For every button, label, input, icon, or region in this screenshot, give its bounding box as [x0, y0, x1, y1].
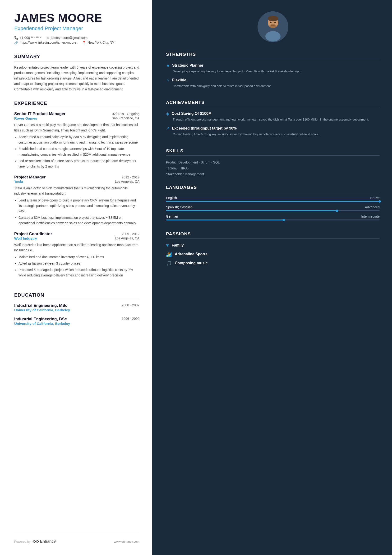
exp-dates-1: 2012 - 2019 [122, 175, 139, 179]
sports-icon: 🏄 [166, 251, 172, 257]
logo-icon [33, 539, 39, 544]
brand-name: Enhancv [40, 539, 56, 544]
exp-bullet-0-2: Led re-architect effort of a core SaaS p… [19, 158, 139, 169]
lang-row-2: German Intermediate [166, 214, 380, 218]
achievement-item-1: ↗ Exceeded throughput target by 90% Cutt… [166, 126, 380, 137]
lang-row-1: Spanish; Castilian Advanced [166, 205, 380, 209]
lang-bar-bg-0 [166, 201, 380, 202]
education-title: EDUCATION [14, 292, 139, 300]
footer: Powered by Enhancv www.enhancv.com [14, 532, 139, 544]
exp-location-0: San Francisco, CA [112, 116, 139, 120]
music-icon: 🎵 [166, 260, 172, 266]
lang-bar-bg-2 [166, 219, 380, 220]
exp-role-0: Senior IT Product Manager [14, 111, 65, 116]
passion-item-1: 🏄 Adrenaline Sports [166, 251, 380, 257]
footer-left: Powered by Enhancv [14, 539, 56, 544]
edu-school-0: University of California, Berkeley [14, 308, 139, 312]
exp-dates-2: 2009 - 2012 [122, 232, 139, 236]
lang-bar-bg-1 [166, 210, 380, 211]
achievement-item-0: ◈ Cost Saving Of $100M Through efficient… [166, 111, 380, 122]
avatar-container [166, 11, 380, 42]
passions-title: PASSIONS [166, 231, 380, 239]
svg-point-4 [269, 24, 277, 28]
edu-entry-0: Industrial Engineering, MSc 2000 - 2002 … [14, 303, 139, 312]
svg-point-5 [270, 22, 271, 23]
edu-school-1: University of California, Berkeley [14, 321, 139, 326]
linkedin-icon: 🔗 [14, 41, 18, 44]
exp-bullets-0: Accelerated outbound sales cycle by 330%… [14, 134, 139, 169]
lang-bar-dot-1 [336, 210, 338, 212]
exp-desc-1: Tesla is an electric vehicle manufacture… [14, 186, 139, 196]
exp-bullet-1-0: Lead a team of developers to build a pro… [19, 198, 139, 214]
footer-website: www.enhancv.com [114, 540, 139, 543]
achievements-section: ACHIEVEMENTS ◈ Cost Saving Of $100M Thro… [166, 100, 380, 140]
email-icon: ✉ [46, 36, 49, 40]
passion-item-0: ♥ Family [166, 242, 380, 248]
achievement-header-1: ↗ Exceeded throughput target by 90% [166, 126, 380, 131]
lang-item-1: Spanish; Castilian Advanced [166, 205, 380, 211]
achievements-title: ACHIEVEMENTS [166, 100, 380, 107]
exp-location-1: Los Angeles, CA [115, 180, 139, 184]
location-item: 📍 New York City, NY [82, 41, 114, 44]
lang-row-0: English Native [166, 196, 380, 200]
contact-row-2: 🔗 https://www.linkedin.com/james-moore 📍… [14, 41, 139, 44]
exp-role-1: Project Manager [14, 175, 46, 180]
star-filled-icon: ★ [166, 63, 170, 68]
powered-by-text: Powered by [14, 540, 31, 543]
exp-dates-0: 02/2019 - Ongoing [112, 112, 139, 116]
svg-point-6 [274, 22, 276, 23]
strength-item-0: ★ Strategic Planner Developing steps alo… [166, 63, 380, 74]
strength-name-1: Flexible [172, 78, 186, 82]
exp-bullet-2-2: Proposed & managed a project which reduc… [19, 267, 139, 278]
lang-level-1: Advanced [365, 205, 380, 209]
exp-bullets-1: Lead a team of developers to build a pro… [14, 198, 139, 226]
exp-company-1: Tesla [14, 180, 23, 184]
exp-entry-2: Project Coordinator 2009 - 2012 Wolf Ind… [14, 232, 139, 278]
lang-bar-fill-0 [166, 201, 380, 202]
exp-entry-0: Senior IT Product Manager 02/2019 - Ongo… [14, 111, 139, 169]
exp-bullet-2-1: Acted as liaison between 3 country offic… [19, 261, 139, 266]
phone-value: +1 000 *** **** [20, 36, 41, 40]
strength-header-0: ★ Strategic Planner [166, 63, 380, 68]
exp-header-2: Project Coordinator 2009 - 2012 [14, 232, 139, 236]
exp-company-2: Wolf Industry [14, 236, 37, 240]
exp-bullet-2-0: Maintained and documented inventory of o… [19, 254, 139, 260]
enhancv-logo: Enhancv [33, 539, 56, 544]
location-icon: 📍 [82, 41, 86, 44]
passion-item-2: 🎵 Composing music [166, 260, 380, 266]
edu-header-0: Industrial Engineering, MSc 2000 - 2002 [14, 303, 139, 308]
header: JAMES MOORE Experienced Project Manager … [14, 11, 139, 45]
edu-header-1: Industrial Engineering, BSc 1996 - 2000 [14, 317, 139, 321]
passion-name-0: Family [172, 243, 184, 248]
summary-text: Result-orientated project team leader wi… [14, 65, 139, 92]
edu-degree-1: Industrial Engineering, BSc [14, 317, 67, 321]
svg-point-2 [265, 31, 281, 42]
lang-item-2: German Intermediate [166, 214, 380, 220]
strength-name-0: Strategic Planner [172, 63, 203, 68]
exp-bullet-0-0: Accelerated outbound sales cycle by 330%… [19, 134, 139, 145]
skills-section: SKILLS Product Development · Scrum · SQL… [166, 148, 380, 177]
email-value: jamesmoore@gmail.com [51, 36, 87, 40]
passion-name-1: Adrenaline Sports [175, 252, 207, 256]
exp-bullet-0-1: Established and curated strategic partne… [19, 146, 139, 157]
exp-location-2: Los Angeles, CA [115, 236, 139, 240]
lang-item-0: English Native [166, 196, 380, 202]
avatar [257, 11, 288, 42]
edu-degree-0: Industrial Engineering, MSc [14, 303, 67, 308]
lang-bar-dot-2 [282, 219, 285, 221]
candidate-name: JAMES MOORE [14, 11, 139, 24]
star-outline-icon: ☆ [166, 78, 170, 83]
exp-company-row-2: Wolf Industry Los Angeles, CA [14, 236, 139, 240]
edu-dates-1: 1996 - 2000 [122, 317, 139, 321]
strength-header-1: ☆ Flexible [166, 78, 380, 83]
lang-bar-dot-0 [378, 200, 381, 203]
lang-level-2: Intermediate [361, 214, 380, 218]
exp-bullet-1-1: Curated a $2M business implementation pr… [19, 215, 139, 226]
linkedin-item: 🔗 https://www.linkedin.com/james-moore [14, 41, 76, 44]
lang-name-1: Spanish; Castilian [166, 205, 192, 209]
achievement-name-0: Cost Saving Of $100M [172, 111, 212, 116]
achievement-desc-1: Cutting loading time & fixing key securi… [166, 132, 380, 137]
achievement-desc-0: Through efficient project management and… [166, 117, 380, 122]
location-value: New York City, NY [87, 41, 114, 44]
skills-title: SKILLS [166, 148, 380, 156]
